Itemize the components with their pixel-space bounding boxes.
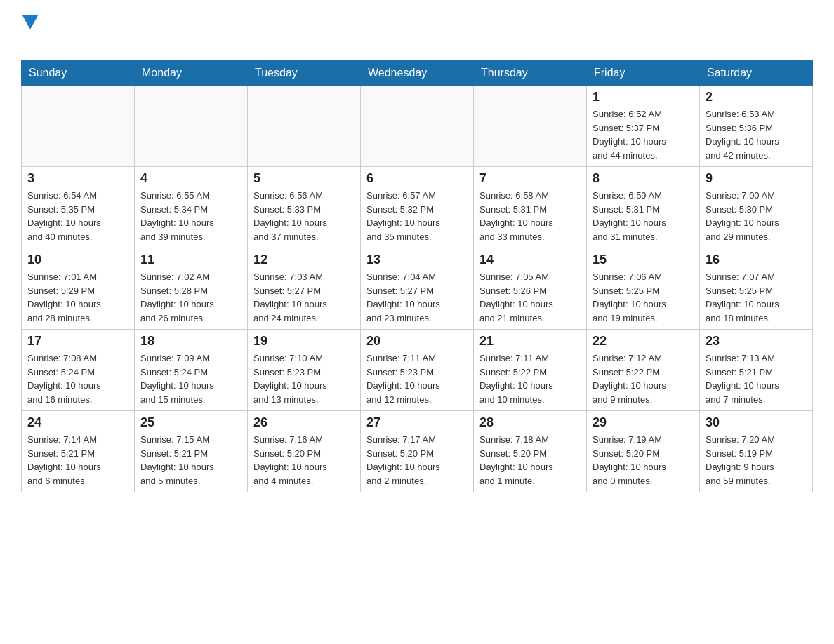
calendar-cell xyxy=(135,86,248,167)
weekday-header-tuesday: Tuesday xyxy=(248,61,361,86)
day-info: Sunrise: 7:09 AM Sunset: 5:24 PM Dayligh… xyxy=(140,351,241,406)
day-number: 15 xyxy=(593,253,694,267)
calendar-cell: 22Sunrise: 7:12 AM Sunset: 5:22 PM Dayli… xyxy=(587,330,700,411)
calendar-cell: 28Sunrise: 7:18 AM Sunset: 5:20 PM Dayli… xyxy=(474,411,587,492)
weekday-header-thursday: Thursday xyxy=(474,61,587,86)
day-number: 28 xyxy=(479,415,581,430)
calendar-cell: 7Sunrise: 6:58 AM Sunset: 5:31 PM Daylig… xyxy=(474,167,587,248)
day-number: 20 xyxy=(366,334,468,349)
day-number: 19 xyxy=(253,334,355,349)
calendar-cell: 2Sunrise: 6:53 AM Sunset: 5:36 PM Daylig… xyxy=(700,86,813,167)
day-number: 25 xyxy=(140,415,241,430)
calendar-cell: 1Sunrise: 6:52 AM Sunset: 5:37 PM Daylig… xyxy=(587,86,700,167)
calendar-cell: 4Sunrise: 6:55 AM Sunset: 5:34 PM Daylig… xyxy=(135,167,248,248)
day-info: Sunrise: 7:04 AM Sunset: 5:27 PM Dayligh… xyxy=(366,270,468,325)
day-number: 11 xyxy=(140,253,241,267)
day-number: 16 xyxy=(706,253,807,267)
calendar-cell: 10Sunrise: 7:01 AM Sunset: 5:29 PM Dayli… xyxy=(22,248,135,330)
calendar-cell: 6Sunrise: 6:57 AM Sunset: 5:32 PM Daylig… xyxy=(361,167,474,248)
day-info: Sunrise: 7:01 AM Sunset: 5:29 PM Dayligh… xyxy=(27,270,128,325)
day-info: Sunrise: 7:12 AM Sunset: 5:22 PM Dayligh… xyxy=(593,351,694,406)
day-info: Sunrise: 7:16 AM Sunset: 5:20 PM Dayligh… xyxy=(253,433,355,488)
week-row-5: 24Sunrise: 7:14 AM Sunset: 5:21 PM Dayli… xyxy=(22,411,813,492)
day-info: Sunrise: 7:06 AM Sunset: 5:25 PM Dayligh… xyxy=(593,270,694,325)
logo-triangle-icon xyxy=(22,15,38,29)
calendar-cell xyxy=(248,86,361,167)
calendar-cell xyxy=(361,86,474,167)
day-info: Sunrise: 6:58 AM Sunset: 5:31 PM Dayligh… xyxy=(479,189,581,243)
day-info: Sunrise: 7:11 AM Sunset: 5:23 PM Dayligh… xyxy=(366,351,468,406)
calendar-cell: 16Sunrise: 7:07 AM Sunset: 5:25 PM Dayli… xyxy=(700,248,813,330)
day-info: Sunrise: 7:18 AM Sunset: 5:20 PM Dayligh… xyxy=(479,433,581,488)
calendar-cell: 12Sunrise: 7:03 AM Sunset: 5:27 PM Dayli… xyxy=(248,248,361,330)
calendar-cell: 9Sunrise: 7:00 AM Sunset: 5:30 PM Daylig… xyxy=(700,167,813,248)
day-number: 7 xyxy=(479,171,581,186)
day-info: Sunrise: 6:59 AM Sunset: 5:31 PM Dayligh… xyxy=(593,189,694,243)
weekday-header-monday: Monday xyxy=(135,61,248,86)
calendar-cell: 5Sunrise: 6:56 AM Sunset: 5:33 PM Daylig… xyxy=(248,167,361,248)
day-number: 21 xyxy=(479,334,581,349)
day-number: 9 xyxy=(706,171,807,186)
calendar-cell: 14Sunrise: 7:05 AM Sunset: 5:26 PM Dayli… xyxy=(474,248,587,330)
day-number: 29 xyxy=(593,415,694,430)
logo xyxy=(21,14,38,46)
weekday-header-wednesday: Wednesday xyxy=(361,61,474,86)
week-row-2: 3Sunrise: 6:54 AM Sunset: 5:35 PM Daylig… xyxy=(22,167,813,248)
day-number: 26 xyxy=(253,415,355,430)
calendar-cell: 27Sunrise: 7:17 AM Sunset: 5:20 PM Dayli… xyxy=(361,411,474,492)
day-info: Sunrise: 6:53 AM Sunset: 5:36 PM Dayligh… xyxy=(706,107,807,162)
day-info: Sunrise: 7:05 AM Sunset: 5:26 PM Dayligh… xyxy=(479,270,581,325)
day-info: Sunrise: 7:08 AM Sunset: 5:24 PM Dayligh… xyxy=(27,351,128,406)
day-number: 18 xyxy=(140,334,241,349)
calendar-cell: 23Sunrise: 7:13 AM Sunset: 5:21 PM Dayli… xyxy=(700,330,813,411)
week-row-4: 17Sunrise: 7:08 AM Sunset: 5:24 PM Dayli… xyxy=(22,330,813,411)
week-row-3: 10Sunrise: 7:01 AM Sunset: 5:29 PM Dayli… xyxy=(22,248,813,330)
day-number: 14 xyxy=(479,253,581,267)
day-info: Sunrise: 7:00 AM Sunset: 5:30 PM Dayligh… xyxy=(706,189,807,243)
weekday-header-row: SundayMondayTuesdayWednesdayThursdayFrid… xyxy=(22,61,813,86)
day-number: 17 xyxy=(27,334,128,349)
day-info: Sunrise: 7:15 AM Sunset: 5:21 PM Dayligh… xyxy=(140,433,241,488)
calendar-cell: 13Sunrise: 7:04 AM Sunset: 5:27 PM Dayli… xyxy=(361,248,474,330)
day-info: Sunrise: 6:56 AM Sunset: 5:33 PM Dayligh… xyxy=(253,189,355,243)
calendar-cell: 20Sunrise: 7:11 AM Sunset: 5:23 PM Dayli… xyxy=(361,330,474,411)
calendar-cell xyxy=(474,86,587,167)
day-info: Sunrise: 7:02 AM Sunset: 5:28 PM Dayligh… xyxy=(140,270,241,325)
day-info: Sunrise: 7:10 AM Sunset: 5:23 PM Dayligh… xyxy=(253,351,355,406)
day-number: 23 xyxy=(706,334,807,349)
calendar-cell: 24Sunrise: 7:14 AM Sunset: 5:21 PM Dayli… xyxy=(22,411,135,492)
day-info: Sunrise: 6:52 AM Sunset: 5:37 PM Dayligh… xyxy=(593,107,694,162)
day-number: 13 xyxy=(366,253,468,267)
weekday-header-sunday: Sunday xyxy=(22,61,135,86)
svg-marker-0 xyxy=(22,15,38,29)
calendar-cell: 3Sunrise: 6:54 AM Sunset: 5:35 PM Daylig… xyxy=(22,167,135,248)
day-info: Sunrise: 7:11 AM Sunset: 5:22 PM Dayligh… xyxy=(479,351,581,406)
weekday-header-friday: Friday xyxy=(587,61,700,86)
calendar-cell: 25Sunrise: 7:15 AM Sunset: 5:21 PM Dayli… xyxy=(135,411,248,492)
weekday-header-saturday: Saturday xyxy=(700,61,813,86)
calendar-cell: 17Sunrise: 7:08 AM Sunset: 5:24 PM Dayli… xyxy=(22,330,135,411)
calendar-cell: 18Sunrise: 7:09 AM Sunset: 5:24 PM Dayli… xyxy=(135,330,248,411)
day-number: 22 xyxy=(593,334,694,349)
day-number: 3 xyxy=(27,171,128,186)
day-number: 27 xyxy=(366,415,468,430)
day-number: 30 xyxy=(706,415,807,430)
calendar-cell: 29Sunrise: 7:19 AM Sunset: 5:20 PM Dayli… xyxy=(587,411,700,492)
day-info: Sunrise: 7:13 AM Sunset: 5:21 PM Dayligh… xyxy=(706,351,807,406)
day-number: 4 xyxy=(140,171,241,186)
day-info: Sunrise: 7:19 AM Sunset: 5:20 PM Dayligh… xyxy=(593,433,694,488)
day-info: Sunrise: 7:20 AM Sunset: 5:19 PM Dayligh… xyxy=(706,433,807,488)
day-info: Sunrise: 6:57 AM Sunset: 5:32 PM Dayligh… xyxy=(366,189,468,243)
day-number: 12 xyxy=(253,253,355,267)
day-info: Sunrise: 6:55 AM Sunset: 5:34 PM Dayligh… xyxy=(140,189,241,243)
calendar-cell xyxy=(22,86,135,167)
calendar-cell: 30Sunrise: 7:20 AM Sunset: 5:19 PM Dayli… xyxy=(700,411,813,492)
calendar-cell: 26Sunrise: 7:16 AM Sunset: 5:20 PM Dayli… xyxy=(248,411,361,492)
day-number: 5 xyxy=(253,171,355,186)
day-info: Sunrise: 7:07 AM Sunset: 5:25 PM Dayligh… xyxy=(706,270,807,325)
day-info: Sunrise: 6:54 AM Sunset: 5:35 PM Dayligh… xyxy=(27,189,128,243)
day-number: 1 xyxy=(593,90,694,105)
week-row-1: 1Sunrise: 6:52 AM Sunset: 5:37 PM Daylig… xyxy=(22,86,813,167)
calendar-cell: 19Sunrise: 7:10 AM Sunset: 5:23 PM Dayli… xyxy=(248,330,361,411)
day-number: 2 xyxy=(706,90,807,105)
